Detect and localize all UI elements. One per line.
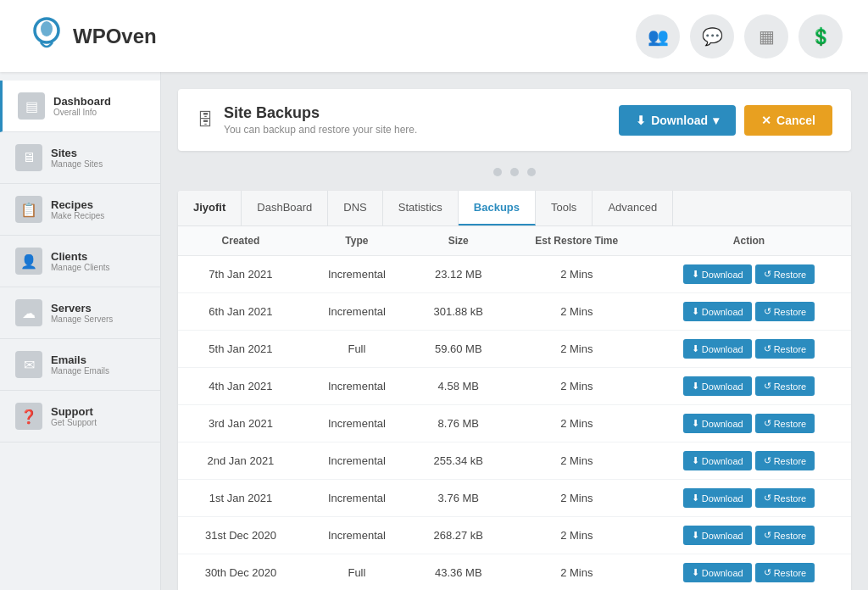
page-subtitle: You can backup and restore your site her… (224, 124, 417, 136)
cell-size: 59.60 MB (410, 331, 507, 368)
download-icon: ⬇ (692, 493, 699, 504)
row-download-button[interactable]: ⬇ Download (683, 376, 752, 396)
sidebar-clients-sublabel: Manage Clients (51, 263, 109, 272)
row-restore-button[interactable]: ↺ Restore (755, 264, 815, 284)
row-restore-button[interactable]: ↺ Restore (755, 414, 815, 433)
cell-created: 1st Jan 2021 (178, 480, 303, 517)
sidebar-clients-label: Clients (51, 250, 109, 263)
site-name-tab: Jiyofit (178, 191, 242, 225)
dollar-nav-button[interactable]: 💲 (798, 14, 843, 58)
dots-navigation (178, 166, 851, 179)
table-row: 1st Jan 2021 Incremental 3.76 MB 2 Mins … (178, 480, 851, 517)
backup-table: Created Type Size Est Restore Time Actio… (178, 226, 851, 590)
row-download-button[interactable]: ⬇ Download (683, 451, 752, 470)
col-created: Created (178, 226, 303, 256)
tabs-panel: Jiyofit DashBoard DNS Statistics Backups… (178, 191, 851, 590)
cell-size: 268.27 kB (410, 517, 507, 554)
row-restore-button[interactable]: ↺ Restore (755, 526, 815, 545)
download-icon: ⬇ (692, 567, 699, 578)
col-size: Size (410, 226, 507, 256)
row-restore-button[interactable]: ↺ Restore (755, 488, 815, 508)
cell-restore-time: 2 Mins (507, 442, 647, 480)
cell-size: 255.34 kB (410, 442, 507, 480)
cell-size: 3.76 MB (410, 480, 507, 517)
tab-dns[interactable]: DNS (328, 191, 382, 225)
row-restore-button[interactable]: ↺ Restore (755, 339, 815, 359)
cell-created: 6th Jan 2021 (178, 293, 303, 331)
sidebar-dashboard-sublabel: Overall Info (53, 108, 111, 117)
sidebar-item-support[interactable]: ❓ Support Get Support (0, 391, 160, 442)
cell-size: 8.76 MB (410, 405, 507, 442)
restore-icon: ↺ (764, 306, 771, 317)
restore-icon: ↺ (764, 381, 771, 392)
cell-action: ⬇ Download ↺ Restore (647, 405, 851, 442)
download-icon: ⬇ (636, 114, 646, 127)
sidebar-recipes-sublabel: Make Recipes (51, 211, 104, 220)
cell-action: ⬇ Download ↺ Restore (647, 256, 851, 293)
header-actions: ⬇ Download ▾ ✕ Cancel (619, 105, 832, 136)
sidebar-item-servers[interactable]: ☁ Servers Manage Servers (0, 287, 160, 339)
tab-backups[interactable]: Backups (459, 191, 536, 225)
dot-3[interactable] (527, 168, 536, 176)
cell-type: Incremental (303, 368, 410, 405)
download-label: Download (651, 114, 708, 127)
cell-size: 301.88 kB (410, 293, 507, 331)
cancel-button[interactable]: ✕ Cancel (744, 105, 832, 136)
sidebar-item-emails[interactable]: ✉ Emails Manage Emails (0, 339, 160, 391)
dot-1[interactable] (493, 168, 502, 176)
svg-point-1 (41, 21, 53, 36)
sidebar-item-clients[interactable]: 👤 Clients Manage Clients (0, 236, 160, 287)
row-download-button[interactable]: ⬇ Download (683, 339, 752, 359)
row-restore-button[interactable]: ↺ Restore (755, 563, 815, 582)
table-row: 3rd Jan 2021 Incremental 8.76 MB 2 Mins … (178, 405, 851, 442)
row-download-button[interactable]: ⬇ Download (683, 526, 752, 545)
row-download-button[interactable]: ⬇ Download (683, 302, 752, 321)
tab-advanced[interactable]: Advanced (593, 191, 673, 225)
download-icon: ⬇ (692, 455, 699, 466)
cell-created: 2nd Jan 2021 (178, 442, 303, 480)
cell-action: ⬇ Download ↺ Restore (647, 293, 851, 331)
restore-icon: ↺ (764, 455, 771, 466)
sidebar-servers-label: Servers (51, 302, 113, 314)
users-nav-button[interactable]: 👥 (636, 14, 680, 58)
sidebar-item-recipes[interactable]: 📋 Recipes Make Recipes (0, 184, 160, 236)
tab-statistics[interactable]: Statistics (383, 191, 459, 225)
cell-type: Incremental (303, 517, 410, 554)
tab-dashboard[interactable]: DashBoard (242, 191, 328, 225)
row-download-button[interactable]: ⬇ Download (683, 563, 752, 582)
sidebar-servers-sublabel: Manage Servers (51, 314, 113, 324)
cell-created: 7th Jan 2021 (178, 256, 303, 293)
download-button[interactable]: ⬇ Download ▾ (619, 105, 736, 136)
download-icon: ⬇ (692, 418, 699, 429)
col-restore-time: Est Restore Time (507, 226, 647, 256)
sidebar-sites-sublabel: Manage Sites (51, 159, 103, 169)
row-download-button[interactable]: ⬇ Download (683, 264, 752, 284)
cell-restore-time: 2 Mins (507, 405, 647, 442)
grid-nav-button[interactable]: ▦ (744, 14, 788, 58)
sidebar-item-dashboard[interactable]: ▤ Dashboard Overall Info (0, 81, 160, 132)
sidebar-item-sites[interactable]: 🖥 Sites Manage Sites (0, 132, 160, 184)
row-restore-button[interactable]: ↺ Restore (755, 451, 815, 470)
cell-restore-time: 2 Mins (507, 554, 647, 591)
table-row: 7th Jan 2021 Incremental 23.12 MB 2 Mins… (178, 256, 851, 293)
cancel-icon: ✕ (761, 114, 771, 127)
chat-nav-button[interactable]: 💬 (690, 14, 734, 58)
sidebar-recipes-label: Recipes (51, 198, 104, 211)
logo-icon (25, 15, 68, 58)
table-row: 2nd Jan 2021 Incremental 255.34 kB 2 Min… (178, 442, 851, 480)
restore-icon: ↺ (764, 343, 771, 354)
main-layout: ▤ Dashboard Overall Info 🖥 Sites Manage … (0, 72, 868, 590)
sites-icon: 🖥 (15, 144, 42, 171)
cell-type: Incremental (303, 293, 410, 331)
cell-created: 30th Dec 2020 (178, 554, 303, 591)
sidebar-support-sublabel: Get Support (51, 418, 97, 427)
table-header-row: Created Type Size Est Restore Time Actio… (178, 226, 851, 256)
row-download-button[interactable]: ⬇ Download (683, 414, 752, 433)
row-download-button[interactable]: ⬇ Download (683, 488, 752, 508)
cell-created: 31st Dec 2020 (178, 517, 303, 554)
top-header: WPOven 👥 💬 ▦ 💲 (0, 0, 868, 72)
tab-tools[interactable]: Tools (536, 191, 593, 225)
dot-2[interactable] (510, 168, 519, 176)
row-restore-button[interactable]: ↺ Restore (755, 376, 815, 396)
row-restore-button[interactable]: ↺ Restore (755, 302, 815, 321)
